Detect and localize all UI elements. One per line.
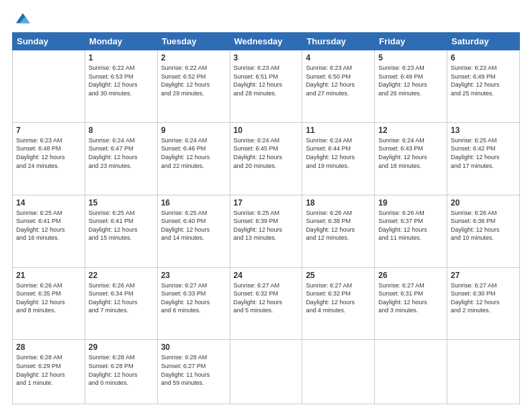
day-number: 1 [89, 53, 154, 62]
day-number: 10 [234, 126, 299, 135]
day-number: 22 [89, 271, 154, 280]
day-info: Sunrise: 6:24 AMSunset: 6:45 PMDaylight:… [234, 136, 299, 170]
day-number: 13 [451, 126, 516, 135]
day-number: 29 [89, 342, 154, 352]
table-cell [302, 340, 375, 404]
col-thursday: Thursday [302, 33, 375, 50]
table-cell: 15Sunrise: 6:25 AMSunset: 6:41 PMDayligh… [85, 195, 157, 267]
day-number: 23 [161, 271, 226, 280]
table-cell: 17Sunrise: 6:25 AMSunset: 6:39 PMDayligh… [230, 195, 302, 267]
table-cell: 14Sunrise: 6:25 AMSunset: 6:41 PMDayligh… [13, 195, 85, 267]
day-info: Sunrise: 6:23 AMSunset: 6:48 PMDaylight:… [16, 136, 81, 170]
day-number: 24 [234, 271, 299, 280]
table-cell: 18Sunrise: 6:26 AMSunset: 6:38 PMDayligh… [302, 195, 375, 267]
day-number: 12 [378, 126, 443, 135]
table-cell: 7Sunrise: 6:23 AMSunset: 6:48 PMDaylight… [13, 122, 85, 195]
day-number: 3 [234, 53, 299, 62]
day-info: Sunrise: 6:25 AMSunset: 6:42 PMDaylight:… [451, 136, 516, 170]
table-cell [13, 50, 85, 123]
day-number: 2 [161, 53, 226, 62]
col-friday: Friday [375, 33, 447, 50]
table-cell: 26Sunrise: 6:27 AMSunset: 6:31 PMDayligh… [375, 267, 447, 340]
day-info: Sunrise: 6:27 AMSunset: 6:32 PMDaylight:… [306, 281, 371, 315]
logo [12, 9, 32, 28]
day-info: Sunrise: 6:24 AMSunset: 6:47 PMDaylight:… [89, 136, 154, 170]
col-monday: Monday [85, 33, 157, 50]
day-number: 20 [451, 198, 516, 208]
table-cell: 2Sunrise: 6:22 AMSunset: 6:52 PMDaylight… [157, 50, 230, 123]
day-info: Sunrise: 6:23 AMSunset: 6:49 PMDaylight:… [378, 64, 443, 97]
day-number: 7 [16, 126, 81, 135]
day-info: Sunrise: 6:26 AMSunset: 6:34 PMDaylight:… [89, 281, 154, 315]
day-info: Sunrise: 6:22 AMSunset: 6:53 PMDaylight:… [89, 64, 154, 97]
day-number: 15 [89, 198, 154, 208]
table-cell: 28Sunrise: 6:28 AMSunset: 6:29 PMDayligh… [13, 340, 85, 404]
day-info: Sunrise: 6:25 AMSunset: 6:41 PMDaylight:… [16, 209, 81, 242]
day-number: 25 [306, 271, 371, 280]
day-info: Sunrise: 6:27 AMSunset: 6:30 PMDaylight:… [451, 281, 516, 315]
table-cell: 16Sunrise: 6:25 AMSunset: 6:40 PMDayligh… [157, 195, 230, 267]
table-cell [447, 340, 520, 404]
table-cell: 21Sunrise: 6:26 AMSunset: 6:35 PMDayligh… [13, 267, 85, 340]
col-saturday: Saturday [447, 33, 520, 50]
table-cell: 11Sunrise: 6:24 AMSunset: 6:44 PMDayligh… [302, 122, 375, 195]
day-info: Sunrise: 6:23 AMSunset: 6:51 PMDaylight:… [234, 64, 299, 97]
table-cell: 1Sunrise: 6:22 AMSunset: 6:53 PMDaylight… [85, 50, 157, 123]
day-info: Sunrise: 6:28 AMSunset: 6:29 PMDaylight:… [16, 353, 81, 387]
table-cell: 5Sunrise: 6:23 AMSunset: 6:49 PMDaylight… [375, 50, 447, 123]
day-number: 8 [89, 126, 154, 135]
day-info: Sunrise: 6:27 AMSunset: 6:33 PMDaylight:… [161, 281, 226, 315]
day-info: Sunrise: 6:26 AMSunset: 6:38 PMDaylight:… [306, 209, 371, 242]
day-info: Sunrise: 6:23 AMSunset: 6:50 PMDaylight:… [306, 64, 371, 97]
calendar-row: 28Sunrise: 6:28 AMSunset: 6:29 PMDayligh… [13, 340, 520, 404]
day-info: Sunrise: 6:26 AMSunset: 6:36 PMDaylight:… [451, 209, 516, 242]
table-cell: 24Sunrise: 6:27 AMSunset: 6:32 PMDayligh… [230, 267, 302, 340]
table-cell: 12Sunrise: 6:24 AMSunset: 6:43 PMDayligh… [375, 122, 447, 195]
day-number: 5 [378, 53, 443, 62]
table-cell: 6Sunrise: 6:23 AMSunset: 6:49 PMDaylight… [447, 50, 520, 123]
header [12, 7, 520, 28]
day-info: Sunrise: 6:24 AMSunset: 6:43 PMDaylight:… [378, 136, 443, 170]
table-cell: 13Sunrise: 6:25 AMSunset: 6:42 PMDayligh… [447, 122, 520, 195]
day-info: Sunrise: 6:24 AMSunset: 6:46 PMDaylight:… [161, 136, 226, 170]
day-number: 21 [16, 271, 81, 280]
day-number: 9 [161, 126, 226, 135]
table-cell: 29Sunrise: 6:28 AMSunset: 6:28 PMDayligh… [85, 340, 157, 404]
day-number: 28 [16, 342, 81, 352]
table-cell: 27Sunrise: 6:27 AMSunset: 6:30 PMDayligh… [447, 267, 520, 340]
day-info: Sunrise: 6:27 AMSunset: 6:31 PMDaylight:… [378, 281, 443, 315]
table-cell: 23Sunrise: 6:27 AMSunset: 6:33 PMDayligh… [157, 267, 230, 340]
day-number: 30 [161, 342, 226, 352]
day-info: Sunrise: 6:25 AMSunset: 6:41 PMDaylight:… [89, 209, 154, 242]
day-info: Sunrise: 6:22 AMSunset: 6:52 PMDaylight:… [161, 64, 226, 97]
table-cell [230, 340, 302, 404]
day-number: 6 [451, 53, 516, 62]
day-info: Sunrise: 6:28 AMSunset: 6:27 PMDaylight:… [161, 353, 226, 387]
day-number: 16 [161, 198, 226, 208]
day-info: Sunrise: 6:24 AMSunset: 6:44 PMDaylight:… [306, 136, 371, 170]
day-number: 4 [306, 53, 371, 62]
calendar-row: 14Sunrise: 6:25 AMSunset: 6:41 PMDayligh… [13, 195, 520, 267]
day-number: 18 [306, 198, 371, 208]
table-cell: 8Sunrise: 6:24 AMSunset: 6:47 PMDaylight… [85, 122, 157, 195]
day-info: Sunrise: 6:25 AMSunset: 6:39 PMDaylight:… [234, 209, 299, 242]
logo-icon [13, 9, 32, 28]
day-info: Sunrise: 6:26 AMSunset: 6:35 PMDaylight:… [16, 281, 81, 315]
day-number: 11 [306, 126, 371, 135]
header-row: Sunday Monday Tuesday Wednesday Thursday… [13, 33, 520, 50]
day-info: Sunrise: 6:27 AMSunset: 6:32 PMDaylight:… [234, 281, 299, 315]
day-number: 26 [378, 271, 443, 280]
day-number: 19 [378, 198, 443, 208]
day-info: Sunrise: 6:23 AMSunset: 6:49 PMDaylight:… [451, 64, 516, 97]
day-number: 17 [234, 198, 299, 208]
col-sunday: Sunday [13, 33, 85, 50]
table-cell [375, 340, 447, 404]
table-cell: 4Sunrise: 6:23 AMSunset: 6:50 PMDaylight… [302, 50, 375, 123]
table-cell: 10Sunrise: 6:24 AMSunset: 6:45 PMDayligh… [230, 122, 302, 195]
day-info: Sunrise: 6:25 AMSunset: 6:40 PMDaylight:… [161, 209, 226, 242]
table-cell: 25Sunrise: 6:27 AMSunset: 6:32 PMDayligh… [302, 267, 375, 340]
table-cell: 3Sunrise: 6:23 AMSunset: 6:51 PMDaylight… [230, 50, 302, 123]
table-cell: 9Sunrise: 6:24 AMSunset: 6:46 PMDaylight… [157, 122, 230, 195]
page: Sunday Monday Tuesday Wednesday Thursday… [0, 0, 532, 411]
calendar-table: Sunday Monday Tuesday Wednesday Thursday… [12, 32, 520, 404]
